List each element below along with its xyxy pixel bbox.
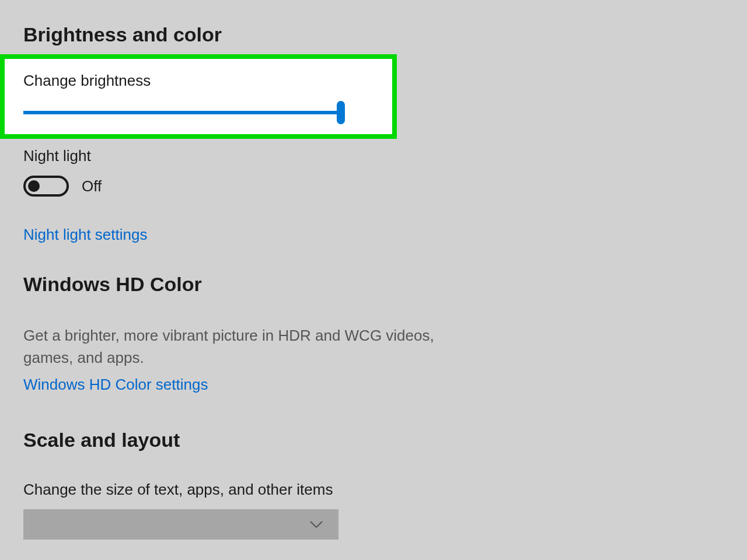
night-light-label: Night light (23, 147, 724, 165)
scale-dropdown[interactable] (23, 509, 338, 540)
night-light-settings-link[interactable]: Night light settings (23, 226, 724, 244)
night-light-toggle[interactable] (23, 176, 69, 197)
scale-layout-title: Scale and layout (23, 429, 724, 452)
toggle-knob (28, 180, 40, 192)
brightness-color-title: Brightness and color (23, 23, 724, 46)
brightness-slider[interactable] (23, 111, 341, 114)
hd-color-settings-link[interactable]: Windows HD Color settings (23, 376, 724, 394)
hd-color-description: Get a brighter, more vibrant picture in … (23, 325, 479, 369)
scale-dropdown-label: Change the size of text, apps, and other… (23, 481, 724, 499)
windows-hd-color-title: Windows HD Color (23, 273, 724, 296)
chevron-down-icon (309, 520, 323, 528)
brightness-highlight-box: Change brightness (0, 54, 397, 139)
brightness-slider-thumb[interactable] (337, 101, 345, 124)
night-light-state: Off (82, 177, 102, 195)
change-brightness-label: Change brightness (23, 72, 381, 90)
